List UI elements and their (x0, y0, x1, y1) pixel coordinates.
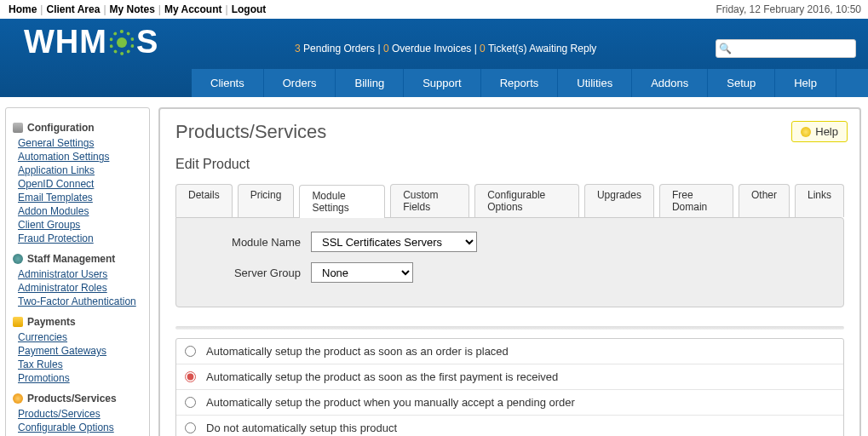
sidebar-link[interactable]: Application Links (18, 164, 142, 176)
sidebar-link[interactable]: General Settings (18, 137, 142, 149)
main-content: Help Products/Services Edit Product Deta… (158, 107, 861, 436)
sidebar-link[interactable]: Automation Settings (18, 151, 142, 163)
sidebar-link[interactable]: Client Groups (18, 219, 142, 231)
auto-setup-option[interactable]: Automatically setup the product as soon … (176, 339, 843, 364)
header-date: Friday, 12 February 2016, 10:50 (716, 3, 861, 15)
top-link[interactable]: Logout (232, 3, 267, 15)
radio-input[interactable] (185, 397, 196, 408)
module-name-label: Module Name (190, 236, 301, 249)
coin-icon (13, 317, 23, 327)
top-link[interactable]: Home (9, 3, 37, 15)
sidebar-link[interactable]: Administrator Users (18, 268, 142, 280)
radio-input[interactable] (185, 371, 196, 382)
nav-item[interactable]: Orders (264, 69, 336, 97)
tab-bar: DetailsPricingModule SettingsCustom Fiel… (175, 184, 844, 217)
nav-item[interactable]: Support (404, 69, 481, 97)
nav-item[interactable]: Setup (708, 69, 775, 97)
top-link[interactable]: My Notes (110, 3, 155, 15)
sidebar-link[interactable]: Email Templates (18, 192, 142, 204)
server-group-label: Server Group (190, 267, 301, 279)
divider (175, 326, 844, 330)
auto-setup-options: Automatically setup the product as soon … (175, 338, 844, 436)
auto-setup-option[interactable]: Do not automatically setup this product (176, 416, 843, 436)
top-links: Home|Client Area|My Notes|My Account|Log… (7, 3, 267, 15)
pending-summary: 3 Pending Orders | 0 Overdue Invoices | … (175, 34, 716, 54)
tab[interactable]: Free Domain (659, 184, 733, 217)
module-settings-panel: Module Name SSL Certificates Servers Ser… (175, 217, 844, 307)
gear-icon (109, 30, 135, 55)
tab[interactable]: Custom Fields (390, 184, 469, 217)
sidebar-link[interactable]: OpenID Connect (18, 178, 142, 190)
tab[interactable]: Module Settings (299, 185, 385, 218)
tab[interactable]: Pricing (238, 184, 295, 217)
page-subtitle: Edit Product (175, 157, 844, 172)
auto-setup-option[interactable]: Automatically setup the product as soon … (176, 364, 843, 390)
nav-item[interactable]: Billing (336, 69, 404, 97)
sidebar-link[interactable]: Promotions (18, 372, 142, 384)
sidebar-link[interactable]: Payment Gateways (18, 345, 142, 357)
tab[interactable]: Links (795, 184, 844, 217)
sidebar-link[interactable]: Currencies (18, 331, 142, 343)
sidebar-heading-products: Products/Services (13, 393, 142, 404)
box-icon (13, 393, 23, 404)
tab[interactable]: Upgrades (584, 184, 654, 217)
server-group-select[interactable]: None (311, 262, 413, 283)
nav-item[interactable]: Clients (192, 69, 264, 97)
radio-input[interactable] (185, 422, 196, 433)
sidebar-link[interactable]: Fraud Protection (18, 232, 142, 244)
tab[interactable]: Configurable Options (474, 184, 579, 217)
sidebar-heading-staff: Staff Management (13, 253, 142, 265)
sidebar-link[interactable]: Tax Rules (18, 359, 142, 370)
nav-item[interactable]: Reports (481, 69, 559, 97)
search-input[interactable] (716, 39, 856, 58)
help-button[interactable]: Help (791, 121, 848, 142)
radio-input[interactable] (185, 346, 196, 357)
nav-item[interactable]: Help (775, 69, 836, 97)
tab[interactable]: Details (175, 184, 233, 217)
sidebar-link[interactable]: Administrator Roles (18, 282, 142, 294)
sidebar-link[interactable]: Two-Factor Authentication (18, 295, 142, 307)
top-link[interactable]: My Account (164, 3, 222, 15)
sidebar-heading-config: Configuration (13, 122, 142, 134)
nav-item[interactable]: Addons (632, 69, 708, 97)
top-link[interactable]: Client Area (46, 3, 100, 15)
user-icon (13, 254, 23, 264)
sidebar-link[interactable]: Products/Services (18, 408, 142, 420)
page-title: Products/Services (175, 121, 844, 143)
sidebar-heading-payments: Payments (13, 316, 142, 328)
main-nav: ClientsOrdersBillingSupportReportsUtilit… (192, 69, 868, 97)
sidebar-link[interactable]: Configurable Options (18, 422, 142, 433)
logo[interactable]: WHMS (0, 19, 175, 69)
nav-item[interactable]: Utilities (558, 69, 632, 97)
tab[interactable]: Other (739, 184, 790, 217)
lightbulb-icon (801, 127, 811, 137)
module-name-select[interactable]: SSL Certificates Servers (311, 232, 477, 252)
auto-setup-option[interactable]: Automatically setup the product when you… (176, 390, 843, 416)
sidebar: Configuration General SettingsAutomation… (5, 107, 150, 436)
sidebar-link[interactable]: Addon Modules (18, 205, 142, 217)
wrench-icon (13, 123, 23, 133)
